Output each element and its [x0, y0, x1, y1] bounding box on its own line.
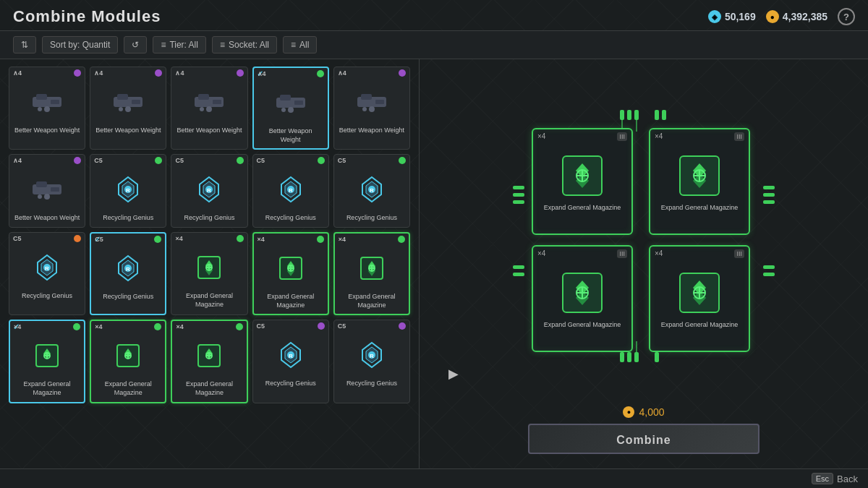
list-item[interactable]: ∧4 Better Weapon Weight	[9, 67, 85, 150]
footer: Esc Back	[0, 468, 868, 488]
rarity-badge	[74, 69, 81, 77]
list-item[interactable]: C5 R Recycling Genius	[333, 154, 410, 228]
list-item[interactable]: ∧4 Better Weapon Weight	[252, 67, 329, 150]
list-item[interactable]: ∧4 Better Weapon Weight	[90, 67, 166, 150]
combine-slot-3[interactable]: ×4 III	[532, 245, 633, 352]
sort-quantity-button[interactable]: Sort by: Quantit	[42, 36, 118, 53]
rarity-badge	[317, 70, 324, 77]
refresh-button[interactable]: ↺	[124, 36, 147, 53]
right-panel: ×4 III	[420, 59, 868, 468]
svg-rect-27	[51, 187, 59, 192]
svg-rect-11	[198, 94, 209, 100]
currency-blue: ◈ 50,169	[708, 10, 756, 23]
main-content: ∧4 Better Weapon Weight ∧4 Better Weapon…	[0, 59, 868, 468]
list-item[interactable]: ×4 Expand General Magazine	[90, 320, 166, 403]
svg-rect-16	[280, 95, 291, 100]
svg-point-9	[119, 107, 123, 111]
svg-point-23	[369, 106, 375, 112]
svg-rect-6	[117, 94, 128, 100]
svg-point-13	[206, 106, 212, 112]
list-item[interactable]: C5 R Recycling Genius	[9, 232, 85, 315]
toolbar: ⇅ Sort by: Quantit ↺ ≡ Tier: All ≡ Socke…	[0, 31, 868, 59]
svg-rect-2	[51, 100, 59, 104]
all-layers-icon: ≡	[291, 40, 296, 50]
svg-rect-22	[375, 100, 384, 104]
sort-label: Sort by: Quantit	[50, 40, 110, 50]
left-panel: ∧4 Better Weapon Weight ∧4 Better Weapon…	[0, 59, 420, 468]
combine-grid-wrapper: ×4 III	[510, 106, 778, 367]
list-item[interactable]: ×4 Expand General Magazine	[171, 232, 247, 315]
svg-rect-26	[36, 181, 47, 187]
combine-slot-2[interactable]: ×4 III	[649, 128, 750, 235]
blue-currency-icon: ◈	[708, 10, 721, 23]
socket-label: Socket: All	[229, 40, 269, 50]
svg-point-4	[38, 107, 42, 111]
esc-back-button[interactable]: Esc Back	[812, 473, 858, 484]
list-item[interactable]: C5 R Recycling Genius	[252, 320, 329, 403]
list-item[interactable]: C5 R Recycling Genius	[252, 154, 329, 228]
currency-gold: ● 4,392,385	[766, 10, 827, 23]
list-item[interactable]: ∧4 Better Weapon Weight	[333, 67, 410, 150]
list-item[interactable]: ∧4 Better Weapon Weight	[9, 154, 85, 228]
svg-text:R: R	[370, 353, 374, 359]
list-item[interactable]: ∧4 Better Weapon Weight	[171, 67, 247, 150]
list-item[interactable]: C5 R Recycling Genius	[90, 232, 166, 315]
all-filter-button[interactable]: ≡ All	[283, 36, 317, 53]
svg-text:R: R	[208, 187, 212, 194]
tier-filter-button[interactable]: ≡ Tier: All	[153, 36, 206, 53]
svg-point-14	[200, 107, 204, 111]
svg-rect-21	[361, 94, 372, 100]
combine-slot-4[interactable]: ×4 III	[649, 245, 750, 352]
rarity-badge	[237, 235, 244, 242]
module-grid: ∧4 Better Weapon Weight ∧4 Better Weapon…	[9, 67, 410, 403]
combine-slots-grid: ×4 III	[510, 106, 778, 374]
svg-point-29	[38, 194, 42, 199]
svg-point-24	[362, 107, 367, 111]
rarity-badge	[236, 323, 243, 330]
cursor-icon: ▶	[448, 366, 459, 382]
rarity-badge	[318, 322, 325, 330]
combine-bottom: ● 4,000 Combine	[528, 406, 760, 461]
gold-currency-icon: ●	[766, 10, 779, 23]
svg-text:R: R	[289, 187, 293, 194]
combine-slot-1[interactable]: ×4 III	[532, 128, 633, 235]
list-item[interactable]: ×4 Expand General Magazine	[333, 232, 410, 315]
svg-rect-17	[294, 100, 303, 105]
rarity-badge	[318, 157, 325, 164]
cost-value: 4,000	[639, 406, 664, 418]
header: Combine Modules ◈ 50,169 ● 4,392,385 ?	[0, 0, 868, 31]
rarity-badge	[237, 69, 244, 77]
rarity-badge	[155, 69, 162, 77]
tier-label: Tier: All	[169, 40, 198, 50]
svg-text:R: R	[370, 187, 374, 194]
rarity-badge	[398, 236, 405, 243]
rarity-badge	[399, 157, 406, 164]
sort-icon[interactable]: ⇅	[13, 36, 36, 53]
header-right: ◈ 50,169 ● 4,392,385 ?	[708, 8, 855, 25]
esc-key: Esc	[812, 473, 833, 484]
currency-gold-value: 4,392,385	[783, 11, 827, 22]
tier-layers-icon: ≡	[161, 40, 166, 50]
list-item[interactable]: C5 R Recycling Genius	[171, 154, 247, 228]
svg-text:R: R	[45, 265, 49, 272]
list-item[interactable]: C5 R Recycling Genius	[90, 154, 166, 228]
back-label: Back	[837, 474, 858, 484]
all-label: All	[299, 40, 309, 50]
gold-cost-icon: ●	[623, 406, 634, 418]
list-item[interactable]: ×4 Expand General Magazine	[9, 320, 85, 403]
socket-layers-icon: ≡	[220, 40, 225, 50]
svg-text:R: R	[289, 353, 293, 359]
list-item[interactable]: ×4 Expand General Magazine	[171, 320, 247, 403]
svg-rect-12	[213, 100, 221, 104]
list-item[interactable]: ×4 Expand General Magazine	[252, 232, 329, 315]
rarity-badge	[74, 235, 81, 242]
combine-button[interactable]: Combine	[528, 424, 760, 454]
help-button[interactable]: ?	[838, 8, 855, 25]
svg-point-8	[125, 106, 131, 112]
list-item[interactable]: C5 R Recycling Genius	[333, 320, 410, 403]
socket-filter-button[interactable]: ≡ Socket: All	[212, 36, 277, 53]
cost-row: ● 4,000	[623, 406, 664, 418]
sort-arrows-icon: ⇅	[21, 40, 28, 50]
rarity-badge	[317, 236, 324, 243]
svg-point-19	[281, 108, 286, 112]
